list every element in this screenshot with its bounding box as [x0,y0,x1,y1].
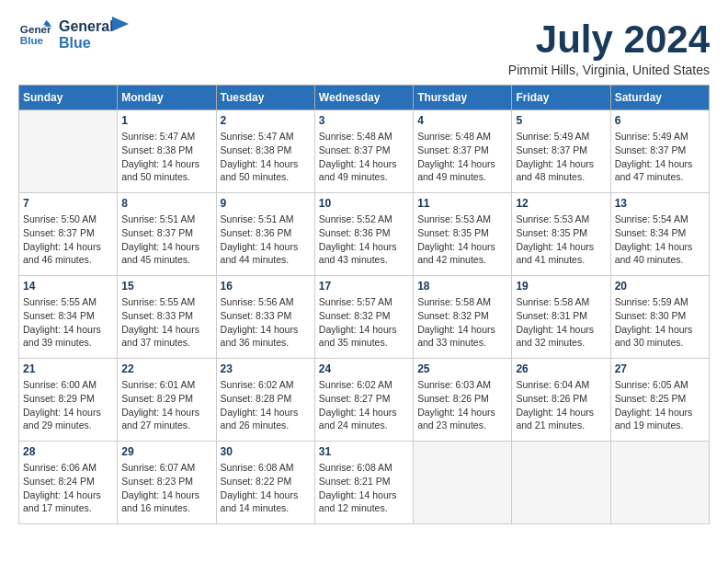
calendar-table: SundayMondayTuesdayWednesdayThursdayFrid… [18,85,710,524]
calendar-week-row: 21Sunrise: 6:00 AM Sunset: 8:29 PM Dayli… [19,359,710,442]
day-number: 4 [417,114,507,127]
day-info: Sunrise: 6:02 AM Sunset: 8:28 PM Dayligh… [221,378,311,432]
day-number: 12 [516,197,606,210]
day-number: 8 [121,197,211,210]
calendar-cell: 16Sunrise: 5:56 AM Sunset: 8:33 PM Dayli… [216,276,314,359]
logo-flag-icon [112,17,131,44]
day-number: 3 [319,114,409,127]
calendar-cell: 6Sunrise: 5:49 AM Sunset: 8:37 PM Daylig… [610,110,709,193]
day-number: 11 [417,197,507,210]
calendar-cell [414,442,512,524]
day-number: 19 [516,280,606,293]
day-info: Sunrise: 5:58 AM Sunset: 8:31 PM Dayligh… [516,295,606,350]
calendar-cell: 4Sunrise: 5:48 AM Sunset: 8:37 PM Daylig… [414,110,512,193]
weekday-header-wednesday: Wednesday [314,86,413,110]
calendar-cell [512,442,610,524]
day-number: 17 [319,280,409,293]
day-info: Sunrise: 5:57 AM Sunset: 8:32 PM Dayligh… [319,295,409,350]
day-number: 26 [516,362,606,375]
day-number: 20 [615,280,705,293]
day-info: Sunrise: 5:53 AM Sunset: 8:35 PM Dayligh… [516,213,606,267]
calendar-cell [19,110,118,193]
day-info: Sunrise: 5:56 AM Sunset: 8:33 PM Dayligh… [221,295,311,350]
calendar-week-row: 7Sunrise: 5:50 AM Sunset: 8:37 PM Daylig… [19,193,710,276]
calendar-cell: 14Sunrise: 5:55 AM Sunset: 8:34 PM Dayli… [19,276,118,359]
day-number: 16 [221,280,311,293]
day-number: 7 [23,197,113,210]
calendar-cell: 20Sunrise: 5:59 AM Sunset: 8:30 PM Dayli… [610,276,709,359]
svg-text:Blue: Blue [20,34,44,46]
weekday-header-saturday: Saturday [610,86,709,110]
calendar-cell: 8Sunrise: 5:51 AM Sunset: 8:37 PM Daylig… [118,193,216,276]
title-area: July 2024 Pimmit Hills, Virginia, United… [508,18,710,77]
logo-general: General [59,18,114,35]
day-info: Sunrise: 5:58 AM Sunset: 8:32 PM Dayligh… [417,295,507,350]
calendar-cell: 15Sunrise: 5:55 AM Sunset: 8:33 PM Dayli… [118,276,216,359]
weekday-header-monday: Monday [118,86,216,110]
day-number: 13 [615,197,705,210]
day-info: Sunrise: 5:49 AM Sunset: 8:37 PM Dayligh… [516,130,606,184]
svg-marker-4 [112,17,129,31]
day-number: 28 [23,445,113,458]
day-number: 27 [615,362,705,375]
day-info: Sunrise: 6:05 AM Sunset: 8:25 PM Dayligh… [615,378,705,432]
day-number: 9 [221,197,311,210]
calendar-cell: 25Sunrise: 6:03 AM Sunset: 8:26 PM Dayli… [414,359,512,442]
calendar-cell: 22Sunrise: 6:01 AM Sunset: 8:29 PM Dayli… [118,359,216,442]
day-number: 21 [23,362,113,375]
calendar-cell: 13Sunrise: 5:54 AM Sunset: 8:34 PM Dayli… [610,193,709,276]
day-info: Sunrise: 5:53 AM Sunset: 8:35 PM Dayligh… [417,213,507,267]
calendar-week-row: 14Sunrise: 5:55 AM Sunset: 8:34 PM Dayli… [19,276,710,359]
calendar-cell: 11Sunrise: 5:53 AM Sunset: 8:35 PM Dayli… [414,193,512,276]
calendar-header-row: SundayMondayTuesdayWednesdayThursdayFrid… [19,86,710,110]
day-info: Sunrise: 6:02 AM Sunset: 8:27 PM Dayligh… [319,378,409,432]
calendar-cell: 19Sunrise: 5:58 AM Sunset: 8:31 PM Dayli… [512,276,610,359]
day-info: Sunrise: 5:49 AM Sunset: 8:37 PM Dayligh… [615,130,705,184]
calendar-cell: 1Sunrise: 5:47 AM Sunset: 8:38 PM Daylig… [118,110,216,193]
day-number: 18 [417,280,507,293]
day-number: 1 [121,114,211,127]
day-info: Sunrise: 5:48 AM Sunset: 8:37 PM Dayligh… [417,130,507,184]
calendar-cell: 24Sunrise: 6:02 AM Sunset: 8:27 PM Dayli… [314,359,413,442]
day-info: Sunrise: 5:52 AM Sunset: 8:36 PM Dayligh… [319,213,409,267]
day-info: Sunrise: 5:50 AM Sunset: 8:37 PM Dayligh… [23,213,113,267]
calendar-cell: 31Sunrise: 6:08 AM Sunset: 8:21 PM Dayli… [314,442,413,524]
day-info: Sunrise: 6:03 AM Sunset: 8:26 PM Dayligh… [417,378,507,432]
calendar-cell: 18Sunrise: 5:58 AM Sunset: 8:32 PM Dayli… [414,276,512,359]
day-number: 25 [417,362,507,375]
day-info: Sunrise: 6:08 AM Sunset: 8:21 PM Dayligh… [319,461,409,515]
calendar-cell: 28Sunrise: 6:06 AM Sunset: 8:24 PM Dayli… [19,442,118,524]
calendar-cell: 27Sunrise: 6:05 AM Sunset: 8:25 PM Dayli… [610,359,709,442]
calendar-cell: 9Sunrise: 5:51 AM Sunset: 8:36 PM Daylig… [216,193,314,276]
calendar-cell: 3Sunrise: 5:48 AM Sunset: 8:37 PM Daylig… [314,110,413,193]
day-info: Sunrise: 5:47 AM Sunset: 8:38 PM Dayligh… [221,130,311,184]
day-number: 23 [221,362,311,375]
day-info: Sunrise: 5:48 AM Sunset: 8:37 PM Dayligh… [319,130,409,184]
day-info: Sunrise: 5:59 AM Sunset: 8:30 PM Dayligh… [615,295,705,350]
day-info: Sunrise: 6:01 AM Sunset: 8:29 PM Dayligh… [121,378,211,432]
day-info: Sunrise: 5:55 AM Sunset: 8:33 PM Dayligh… [121,295,211,350]
month-title: July 2024 [508,18,710,61]
weekday-header-friday: Friday [512,86,610,110]
day-number: 6 [615,114,705,127]
day-number: 29 [121,445,211,458]
calendar-cell: 23Sunrise: 6:02 AM Sunset: 8:28 PM Dayli… [216,359,314,442]
calendar-week-row: 28Sunrise: 6:06 AM Sunset: 8:24 PM Dayli… [19,442,710,524]
day-info: Sunrise: 5:51 AM Sunset: 8:36 PM Dayligh… [221,213,311,267]
page-header: General Blue General Blue July 2024 Pimm… [18,18,710,77]
logo: General Blue General Blue [18,18,131,52]
day-info: Sunrise: 5:47 AM Sunset: 8:38 PM Dayligh… [121,130,211,184]
calendar-cell: 17Sunrise: 5:57 AM Sunset: 8:32 PM Dayli… [314,276,413,359]
day-number: 31 [319,445,409,458]
calendar-cell: 30Sunrise: 6:08 AM Sunset: 8:22 PM Dayli… [216,442,314,524]
calendar-cell: 29Sunrise: 6:07 AM Sunset: 8:23 PM Dayli… [118,442,216,524]
calendar-cell: 26Sunrise: 6:04 AM Sunset: 8:26 PM Dayli… [512,359,610,442]
day-info: Sunrise: 6:04 AM Sunset: 8:26 PM Dayligh… [516,378,606,432]
location: Pimmit Hills, Virginia, United States [508,63,710,77]
day-number: 22 [121,362,211,375]
weekday-header-sunday: Sunday [19,86,118,110]
day-info: Sunrise: 6:08 AM Sunset: 8:22 PM Dayligh… [221,461,311,515]
weekday-header-thursday: Thursday [414,86,512,110]
day-info: Sunrise: 6:06 AM Sunset: 8:24 PM Dayligh… [23,461,113,515]
day-info: Sunrise: 6:07 AM Sunset: 8:23 PM Dayligh… [121,461,211,515]
